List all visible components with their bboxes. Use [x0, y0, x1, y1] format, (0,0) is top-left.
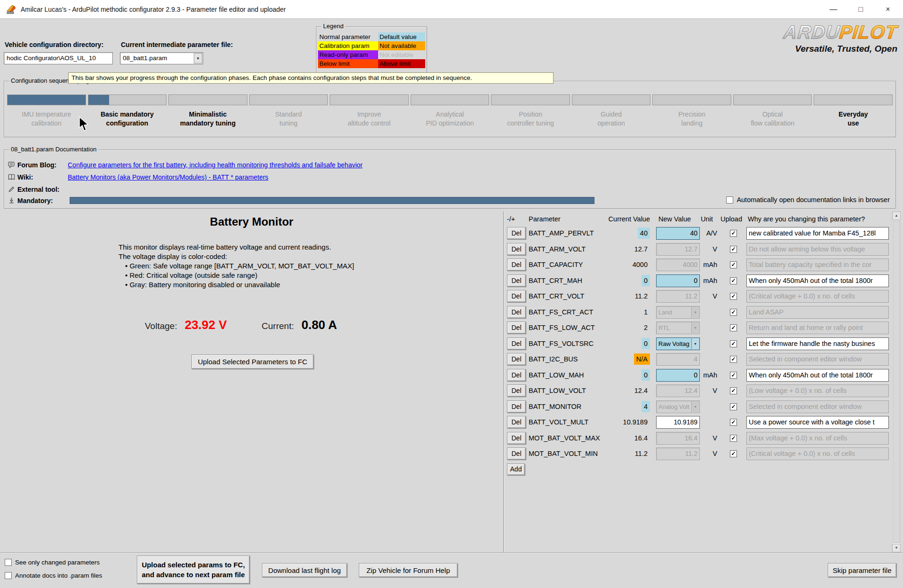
upload-checkbox[interactable]: ✓	[730, 293, 737, 300]
upload-selected-params-button[interactable]: Upload Selected Parameters to FC	[191, 354, 314, 369]
add-parameter-button[interactable]: Add	[507, 463, 525, 475]
delete-param-button[interactable]: Del	[507, 259, 526, 271]
dropdown-value: Raw Voltag	[658, 340, 689, 347]
doc-label: Wiki:	[17, 172, 33, 182]
legend-item: Calibration param	[318, 41, 378, 50]
upload-and-advance-button[interactable]: Upload selected params to FC, and advanc…	[137, 556, 250, 584]
doc-link[interactable]: Configure parameters for the first batte…	[68, 160, 363, 170]
table-row: DelBATT_CRT_VOLT11.211.2V✓(Critical volt…	[505, 289, 892, 305]
logo-pilot-text: PILOT	[839, 22, 899, 43]
param-change-reason-input[interactable]: Let the firmware handle the nasty busine…	[746, 337, 889, 350]
upload-checkbox[interactable]: ✓	[730, 261, 737, 268]
upload-checkbox[interactable]: ✓	[730, 340, 737, 347]
param-file-label: Current intermediate parameter file:	[121, 41, 233, 48]
footer-checkbox-row: See only changed parameters	[5, 559, 100, 566]
table-row: DelMOT_BAT_VOLT_MIN11.211.2V✓(Critical v…	[505, 446, 892, 462]
param-change-reason-input[interactable]: Use a power source with a voltage close …	[746, 416, 889, 429]
upload-checkbox[interactable]: ✓	[730, 387, 737, 394]
documentation-frame-title: 08_batt1.param Documentation	[9, 146, 98, 153]
upload-checkbox[interactable]: ✓	[730, 435, 737, 442]
upload-checkbox[interactable]: ✓	[730, 419, 737, 426]
delete-param-button[interactable]: Del	[507, 384, 526, 397]
table-row: DelBATT_FS_VOLTSRC0Raw Voltag▼✓Let the f…	[505, 336, 892, 352]
download-flight-log-button[interactable]: Download last flight log	[262, 563, 347, 577]
legend-item: Below limit	[318, 59, 378, 68]
scrollbar-thumb[interactable]	[893, 220, 900, 543]
close-icon[interactable]: ×	[875, 0, 901, 19]
upload-checkbox[interactable]: ✓	[730, 403, 737, 410]
param-new-value-input[interactable]: 10.9189	[656, 416, 700, 429]
header-current-value: Current Value	[589, 215, 650, 223]
delete-param-button[interactable]: Del	[507, 274, 526, 287]
legend-row: Read-only paramNot editable	[318, 50, 425, 59]
delete-param-button[interactable]: Del	[507, 416, 526, 428]
param-name: BATT_CAPACITY	[529, 257, 583, 272]
upload-checkbox[interactable]: ✓	[730, 309, 737, 316]
upload-checkbox[interactable]: ✓	[730, 246, 737, 253]
param-new-value-input[interactable]: 0	[656, 369, 700, 382]
delete-param-button[interactable]: Del	[507, 432, 526, 444]
param-change-reason-input[interactable]: When only 450mAh out of the total 1800r	[746, 274, 889, 287]
header-del: -/+	[507, 215, 515, 223]
delete-param-button[interactable]: Del	[507, 290, 526, 302]
delete-param-button[interactable]: Del	[507, 447, 526, 460]
doc-label: External tool:	[17, 185, 59, 194]
param-change-reason-input[interactable]: When only 450mAh out of the total 1800r	[746, 369, 889, 382]
doc-row-external-tool: External tool:	[4, 185, 895, 194]
upload-checkbox[interactable]: ✓	[730, 277, 737, 284]
upload-checkbox[interactable]: ✓	[730, 356, 737, 363]
phase-progressbar	[249, 94, 328, 105]
current-value-text: 0	[642, 369, 650, 381]
phase-label: Opticalflow calibration	[733, 110, 812, 128]
table-row: DelMOT_BAT_VOLT_MAX16.416.4V✓(Max voltag…	[505, 431, 892, 447]
legend-rows: Normal parameterDefault valueCalibration…	[318, 32, 425, 68]
zip-vehicle-button[interactable]: Zip Vehicle for Forum Help	[359, 563, 458, 577]
delete-param-button[interactable]: Del	[507, 400, 526, 413]
upload-checkbox[interactable]: ✓	[730, 230, 737, 237]
param-unit: mAh	[700, 368, 717, 383]
chevron-down-icon: ▼	[691, 307, 699, 318]
logo-ardu-text: ARDU	[782, 22, 840, 43]
delete-param-button[interactable]: Del	[507, 337, 526, 350]
param-name: BATT_CRT_VOLT	[529, 289, 584, 304]
param-name: BATT_I2C_BUS	[529, 352, 578, 367]
delete-param-button[interactable]: Del	[507, 306, 526, 318]
minimize-icon[interactable]: —	[820, 0, 847, 19]
annotate-docs-checkbox[interactable]	[5, 572, 12, 579]
chevron-down-icon[interactable]: ▼	[691, 338, 699, 349]
param-change-reason-input[interactable]: new calibrated value for Mamba F45_128l	[746, 227, 889, 240]
vertical-scrollbar[interactable]: ▲ ▼	[892, 212, 900, 552]
doc-link[interactable]: Battery Monitors (aka Power Monitors/Mod…	[68, 172, 269, 182]
skip-parameter-file-button[interactable]: Skip parameter file	[828, 563, 896, 577]
upload-checkbox[interactable]: ✓	[730, 450, 737, 457]
vehicle-dir-entry[interactable]: hodic Configurator\AOS_UL_10	[4, 52, 113, 64]
scroll-up-icon[interactable]: ▲	[892, 212, 901, 220]
upload-checkbox[interactable]: ✓	[730, 372, 737, 379]
scroll-down-icon[interactable]: ▼	[892, 544, 901, 552]
auto-open-docs-row: Automatically open documentation links i…	[726, 196, 890, 204]
footer-checkbox-label: Annotate docs into .param files	[15, 572, 102, 579]
see-only-changed-checkbox[interactable]	[5, 559, 12, 566]
progress-frame: Configuration sequence progress IMU temp…	[4, 81, 896, 137]
current-value-text: 0	[642, 275, 650, 286]
delete-param-button[interactable]: Del	[507, 227, 526, 239]
param-name: BATT_LOW_MAH	[529, 368, 584, 383]
delete-param-button[interactable]: Del	[507, 243, 526, 255]
phase-label: Positioncontroller tuning	[491, 110, 570, 128]
param-change-reason-input: (Low voltage + 0.0) x no. of cells	[746, 384, 889, 397]
delete-param-button[interactable]: Del	[507, 353, 526, 365]
param-new-value-input[interactable]: 0	[656, 274, 700, 287]
upload-checkbox[interactable]: ✓	[730, 324, 737, 331]
chevron-down-icon[interactable]: ▼	[194, 53, 202, 63]
legend-row: Below limitAbove limit	[318, 59, 425, 68]
auto-open-docs-checkbox[interactable]	[726, 196, 733, 204]
param-file-combobox[interactable]: 08_batt1.param ▼	[120, 52, 203, 64]
param-new-value-dropdown[interactable]: Raw Voltag▼	[656, 337, 700, 350]
param-current-value: 12.7	[589, 243, 650, 255]
legend-item: Not editable	[378, 50, 425, 59]
delete-param-button[interactable]: Del	[507, 369, 526, 381]
maximize-icon[interactable]: □	[848, 0, 874, 19]
param-new-value-input[interactable]: 40	[656, 227, 700, 240]
delete-param-button[interactable]: Del	[507, 321, 526, 334]
param-unit: V	[700, 383, 717, 398]
